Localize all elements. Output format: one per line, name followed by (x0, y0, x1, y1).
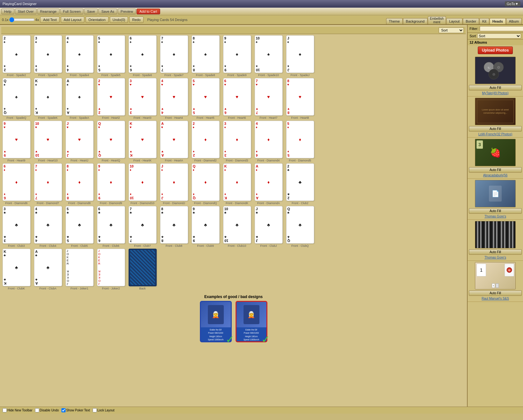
sort-select[interactable]: Sort Name A-Z Name Z-A (439, 27, 464, 33)
playing-card[interactable]: 8 ♥ ♥ 8 ♥ (286, 78, 314, 116)
disable-undo-checkbox[interactable]: Disable Undo (35, 408, 59, 412)
playing-card[interactable]: 6 ♥ ♥ 6 ♥ (223, 78, 251, 116)
playing-card[interactable]: 2 ♦ ♦ 2 ♦ (192, 121, 220, 158)
album-auto-fill-raulmanuels[interactable]: Auto Fill (469, 290, 522, 296)
album-auto-fill-abracadaburk[interactable]: Auto Fill (469, 167, 522, 173)
playing-card[interactable]: 7 ♥ ♥ 7 ♥ (255, 78, 283, 116)
album-link-thomasgore1[interactable]: Thomas Gore's (484, 215, 506, 218)
tab-heads[interactable]: Heads (490, 18, 506, 24)
full-screen-button[interactable]: Full Screen (60, 9, 84, 14)
help-button[interactable]: Help (1, 9, 14, 14)
playing-card[interactable]: 3 ♥ ♥ 3 ♥ (129, 78, 157, 116)
tab-border[interactable]: Border (463, 18, 479, 24)
album-auto-fill-thomasgore1[interactable]: Auto Fill (469, 208, 522, 214)
playing-card[interactable]: K ♣ ♣ K ♣ (3, 249, 31, 286)
playing-card[interactable]: 2 ♥ ♥ 2 ♥ (97, 78, 125, 116)
undo-button[interactable]: Undo(0) (110, 17, 128, 23)
playing-card[interactable]: 3 ♣ ♣ 3 ♣ (3, 206, 31, 244)
tab-kit[interactable]: Kit (479, 18, 489, 24)
upload-photos-button[interactable]: Upload Photos (478, 46, 513, 54)
playing-card[interactable]: 4 ♠ ♠ 4 ♠ (66, 35, 94, 73)
playing-card[interactable]: Q ♦ ♦ Q ♦ (192, 163, 220, 201)
redo-button[interactable]: Redo (129, 17, 143, 23)
tab-album[interactable]: Album (506, 18, 522, 24)
playing-card[interactable]: J ♦ ♦ J ♦ (160, 163, 188, 201)
playing-card[interactable]: 10 ♣ ♣ 10 ♣ (223, 206, 251, 244)
album-auto-fill-mytale[interactable]: Auto Fill (469, 85, 522, 90)
album-auto-fill-lowfrench[interactable]: Auto Fill (469, 126, 522, 132)
playing-card[interactable]: Q ♠ ♠ Q ♠ (3, 78, 31, 116)
playing-card[interactable]: 7 ♣ ♣ 7 ♣ (129, 206, 157, 244)
card-label: Back (129, 287, 157, 290)
tab-embellishment[interactable]: Embellishment (428, 16, 446, 24)
playing-card[interactable]: 8 ♦ ♦ 8 ♦ (66, 163, 94, 201)
add-to-cart-button[interactable]: Add to Cart (137, 9, 160, 14)
playing-card[interactable] (129, 249, 157, 286)
tab-background[interactable]: Background (403, 18, 428, 24)
playing-card[interactable]: 6 ♣ ♣ 6 ♣ (97, 206, 125, 244)
playing-card[interactable]: 10 ♠ ♠ 10 ♠ (255, 35, 283, 73)
album-link-raulmanuels[interactable]: Raul Manuel's S&S (482, 297, 509, 300)
preview-button[interactable]: Preview (118, 9, 136, 14)
orientation-button[interactable]: Orientation (86, 17, 109, 23)
playing-card[interactable]: 5 ♥ ♥ 5 ♥ (192, 78, 220, 116)
playing-card[interactable]: A ♠ ♠ A ♠ (66, 78, 94, 116)
playing-card[interactable]: A ♥ ♥ A ♥ (160, 121, 188, 158)
lock-layout-checkbox[interactable]: Lock Layout (93, 408, 115, 412)
playing-card[interactable]: 2 ♣ ♣ 2 ♣ (286, 163, 314, 201)
playing-card[interactable]: 5 ♦ ♦ 5 ♦ (286, 121, 314, 158)
album-link-thomasgore2[interactable]: Thomas Gore's (484, 256, 506, 259)
playing-card[interactable]: J ♣ ♣ J ♣ (255, 206, 283, 244)
playing-card[interactable]: 9 ♥ ♥ 9 ♥ (3, 121, 31, 158)
playing-card[interactable]: 2 ♠ ♠ 2 ♠ (3, 35, 31, 73)
playing-card[interactable]: Q ♣ ♣ Q ♣ (286, 206, 314, 244)
playing-card[interactable]: K ♥ ♥ K ♥ (129, 121, 157, 158)
playing-card[interactable]: 9 ♦ ♦ 9 ♦ (97, 163, 125, 201)
album-link-mytale[interactable]: MyTale(49 Photos) (482, 91, 508, 95)
playing-card[interactable]: 6 ♠ ♠ 6 ♠ (129, 35, 157, 73)
playing-card[interactable]: 9 ♣ ♣ 9 ♣ (192, 206, 220, 244)
save-as-button[interactable]: Save As (98, 9, 117, 14)
playing-card[interactable]: 5 ♣ ♣ 5 ♣ (66, 206, 94, 244)
playing-card[interactable]: JOKER JOKER (97, 249, 125, 286)
playing-card[interactable]: 7 ♠ ♠ 7 ♠ (160, 35, 188, 73)
playing-card[interactable]: J ♠ ♠ J ♠ (286, 35, 314, 73)
show-poker-text-checkbox[interactable]: Show Poker Text (61, 408, 90, 412)
playing-card[interactable]: 9 ♠ ♠ 9 ♠ (223, 35, 251, 73)
save-button[interactable]: Save (84, 9, 98, 14)
playing-card[interactable]: 10 ♦ ♦ 10 ♦ (129, 163, 157, 201)
playing-card[interactable]: K ♦ ♦ K ♦ (223, 163, 251, 201)
start-over-button[interactable]: Start Over (15, 9, 37, 14)
tab-theme[interactable]: Theme (386, 18, 403, 24)
playing-card[interactable]: 8 ♠ ♠ 8 ♠ (192, 35, 220, 73)
album-link-abracadaburk[interactable]: Abracadaburk(56 (483, 174, 508, 177)
filter-input[interactable] (480, 26, 523, 31)
playing-card[interactable]: 8 ♣ ♣ 8 ♣ (160, 206, 188, 244)
add-layout-button[interactable]: Add Layout (61, 17, 84, 23)
playing-card[interactable]: 4 ♣ ♣ 4 ♣ (34, 206, 62, 244)
album-link-lowfrench[interactable]: LoW-French(32 Photos) (478, 132, 512, 136)
playing-card[interactable]: JOKER JOKER (66, 249, 94, 286)
add-text-button[interactable]: Add Text (40, 17, 60, 23)
card-label: Front - Diamond4 (255, 159, 283, 162)
album-auto-fill-thomasgore2[interactable]: Auto Fill (469, 249, 522, 255)
playing-card[interactable]: 3 ♠ ♠ 3 ♠ (34, 35, 62, 73)
sidebar-sort-select[interactable]: Sort (477, 33, 521, 39)
goto-button[interactable]: GoTo▼ (505, 1, 520, 6)
playing-card[interactable]: J ♥ ♥ J ♥ (66, 121, 94, 158)
playing-card[interactable]: 3 ♦ ♦ 3 ♦ (223, 121, 251, 158)
playing-card[interactable]: 10 ♥ ♥ 10 ♥ (34, 121, 62, 158)
playing-card[interactable]: 4 ♦ ♦ 4 ♦ (255, 121, 283, 158)
playing-card[interactable]: Q ♥ ♥ Q ♥ (97, 121, 125, 158)
zoom-slider[interactable] (9, 17, 35, 22)
playing-card[interactable]: A ♣ ♣ A ♣ (34, 249, 62, 286)
hide-toolbar-checkbox[interactable]: Hide New Toolbar (3, 408, 32, 412)
tab-layout[interactable]: Layout (446, 18, 463, 24)
rearrange-button[interactable]: Rearrange (37, 9, 60, 14)
playing-card[interactable]: A ♦ ♦ A ♦ (255, 163, 283, 201)
playing-card[interactable]: 6 ♦ ♦ 6 ♦ (3, 163, 31, 201)
playing-card[interactable]: 4 ♥ ♥ 4 ♥ (160, 78, 188, 116)
playing-card[interactable]: K ♠ ♠ K ♠ (34, 78, 62, 116)
playing-card[interactable]: 5 ♠ ♠ 5 ♠ (97, 35, 125, 73)
playing-card[interactable]: 7 ♦ ♦ 7 ♦ (34, 163, 62, 201)
